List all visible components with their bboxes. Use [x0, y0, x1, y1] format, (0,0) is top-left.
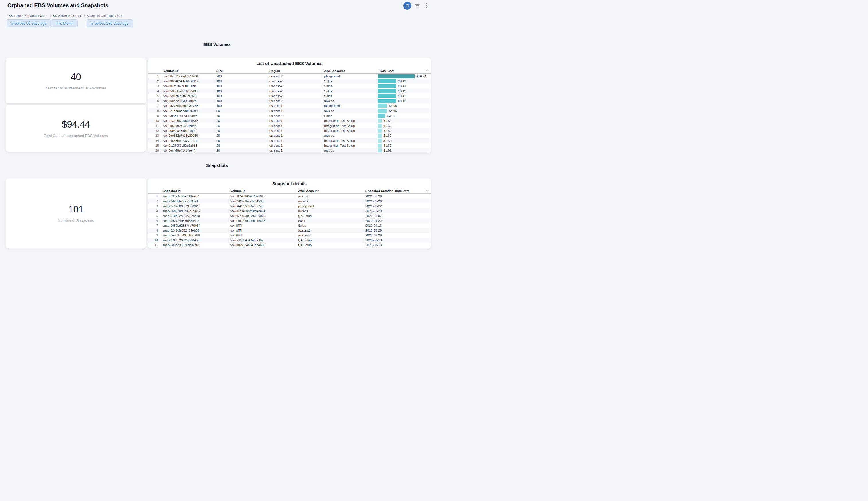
cost-bar — [378, 143, 382, 148]
volume-table-row: 16vol-0ec446e414bfee4f420us-east-1aws-cs… — [148, 148, 431, 153]
column-header-snapshot-id[interactable]: Snapshot Id — [160, 189, 228, 193]
column-header-total-cost[interactable]: Total Cost — [377, 68, 431, 73]
chevron-down-icon[interactable] — [426, 189, 429, 193]
cost-bar — [378, 84, 396, 88]
region-cell: us-east-2 — [267, 98, 322, 103]
page-title: Orphaned EBS Volumes and Snapshots — [8, 2, 108, 9]
volume-table-row: 14vol-04658bed2327c74db20us-east-1Integr… — [148, 138, 431, 143]
total-cost-cell: $4.05 — [377, 104, 431, 108]
volume-table-row: 4vol-0589bba321f766d00100us-east-2Sales$… — [148, 88, 431, 94]
cost-bar — [378, 109, 387, 113]
row-number: 9 — [148, 233, 160, 238]
column-header-region[interactable]: Region — [267, 68, 322, 73]
volume-id-cell: vol-0b1fe262a0f0190db — [161, 84, 214, 88]
column-header-size[interactable]: Size — [214, 68, 267, 73]
row-number: 10 — [148, 238, 160, 243]
table-title: List of Unattached EBS Volumes — [148, 58, 431, 66]
snapshot-table-row: 3snap-0e37d66de2f928925vol-044107c0f9a5f… — [148, 203, 431, 209]
aws-account-cell: awstest3 — [296, 233, 363, 238]
volume-id-cell: vol-00c371a2adc378206 — [161, 74, 214, 78]
aws-account-cell: aws-cs — [296, 209, 363, 213]
kebab-menu-icon — [426, 3, 428, 9]
snapshot-id-cell: snap-09791c03e7c0fe9b7 — [160, 194, 228, 199]
aws-account-cell: aws-cs — [322, 148, 377, 153]
cost-value: $3.25 — [387, 114, 395, 118]
filter-group-volume-creation-date: EBS Volume Creation Date * is before 90 … — [7, 14, 51, 27]
creation-date-cell: 2020-09-16 — [363, 223, 431, 228]
filter-value-button-volume-cost-date[interactable]: This Month — [51, 20, 78, 27]
cost-value: $8.12 — [398, 99, 406, 103]
volume-table-row: 7vol-09278bcaeb1037755100us-east-1playgr… — [148, 104, 431, 108]
size-cell: 100 — [214, 94, 267, 98]
size-cell: 20 — [214, 133, 267, 138]
size-cell: 100 — [214, 98, 267, 103]
aws-account-cell: QA Setup — [296, 238, 363, 243]
volume-table-row: 12vol-0606c04349da18efb20us-east-1Integr… — [148, 128, 431, 133]
filter-value-button-volume-creation-date[interactable]: is before 90 days ago — [7, 20, 51, 27]
column-header-aws-account[interactable]: AWS Account — [322, 68, 377, 73]
dashboard: { "header": { "title": "Orphaned EBS Vol… — [0, 0, 434, 250]
size-cell: 20 — [214, 123, 267, 128]
volume-id-cell: vol-ffffffff — [228, 228, 296, 233]
table-card-unattached-volumes: List of Unattached EBS Volumes Volume Id… — [148, 58, 431, 153]
volume-id-cell: vol-0cf0924d43a0aefb7 — [228, 238, 296, 243]
row-number: 15 — [148, 143, 161, 148]
volume-table-row: 15vol-0f127053c82b6a95320us-east-1Integr… — [148, 143, 431, 148]
row-number: 9 — [148, 113, 161, 118]
snapshot-id-cell: snap-06d02ad3d31e35a82 — [160, 209, 228, 213]
column-header-row-number — [148, 189, 160, 193]
cost-bar — [378, 99, 396, 103]
volume-id-cell: vol-0589bba321f766d00 — [161, 88, 214, 94]
refresh-icon — [405, 3, 410, 8]
cost-bar — [378, 129, 382, 133]
snapshot-id-cell: snap-010b22a36238ccd7a — [160, 213, 228, 218]
row-number: 4 — [148, 209, 160, 213]
volume-id-cell: vol-09278bcaeb1037755 — [161, 104, 214, 108]
column-header-creation-date[interactable]: Snapshot Creation Time Date — [363, 189, 431, 193]
volume-id-cell: vol-0f127053c82b6a953 — [161, 143, 214, 148]
row-number: 5 — [148, 213, 160, 218]
stat-value: $94.44 — [62, 119, 90, 130]
creation-date-cell: 2021-01-07 — [363, 213, 431, 218]
chevron-down-icon[interactable] — [426, 69, 429, 73]
refresh-button[interactable] — [403, 2, 411, 10]
region-cell: us-east-1 — [267, 128, 322, 133]
region-cell: us-east-2 — [267, 84, 322, 88]
total-cost-cell: $3.25 — [377, 113, 431, 118]
column-header-aws-account[interactable]: AWS Account — [296, 189, 363, 193]
volume-table-row: 2vol-036548544e61ed017100us-east-2Sales$… — [148, 78, 431, 83]
creation-date-cell: 2020-09-22 — [363, 218, 431, 223]
kebab-menu-button[interactable] — [425, 3, 429, 9]
aws-account-cell: Integration Test Setup — [322, 123, 377, 128]
filter-label: EBS Volume Creation Date * — [7, 14, 51, 18]
volume-id-cell: vol-0b6b824b041ec4686 — [228, 243, 296, 248]
size-cell: 20 — [214, 128, 267, 133]
creation-date-cell: 2020-08-26 — [363, 228, 431, 233]
column-header-volume-id[interactable]: Volume Id — [161, 68, 214, 73]
cost-value: $4.05 — [389, 109, 397, 113]
cost-bar — [378, 74, 415, 78]
aws-account-cell: Sales — [322, 94, 377, 98]
volume-id-cell: vol-013029620a8106558 — [161, 118, 214, 123]
row-number: 1 — [148, 194, 160, 199]
aws-account-cell: aws-cs — [296, 199, 363, 203]
cost-value: $1.62 — [384, 139, 392, 142]
filter-group-volume-cost-date: EBS Volume Cost Date * This Month — [51, 14, 85, 27]
creation-date-cell: 2021-01-26 — [363, 199, 431, 203]
total-cost-cell: $1.62 — [377, 148, 431, 153]
cost-bar — [378, 89, 396, 93]
column-header-volume-id[interactable]: Volume Id — [228, 189, 296, 193]
cost-value: $1.62 — [384, 129, 392, 132]
region-cell: us-east-2 — [267, 74, 322, 78]
cost-value: $1.62 — [384, 134, 392, 137]
snapshot-id-cell: snap-0052bd25834b7605f — [160, 223, 228, 228]
volume-id-cell: vol-0591efce2fb5e0970 — [161, 94, 214, 98]
total-cost-cell: $1.62 — [377, 123, 431, 128]
region-cell: us-east-1 — [267, 123, 322, 128]
snapshot-table-row: 8snap-0247cfe052464e606vol-ffffffffawste… — [148, 228, 431, 233]
size-cell: 40 — [214, 113, 267, 118]
total-cost-cell: $1.62 — [377, 143, 431, 148]
filter-button[interactable] — [415, 4, 420, 8]
filter-value-button-snapshot-creation-date[interactable]: is before 180 days ago — [87, 20, 133, 27]
cost-bar — [378, 79, 396, 83]
